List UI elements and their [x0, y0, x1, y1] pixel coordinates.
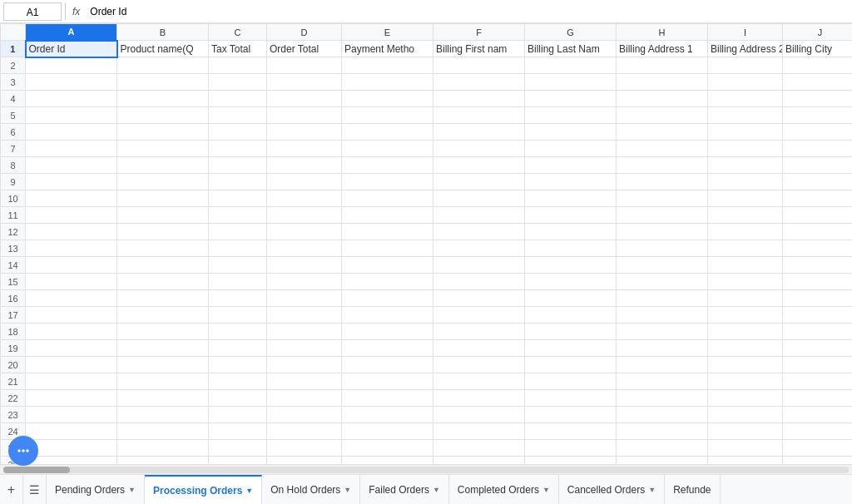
cell[interactable]: [433, 224, 525, 240]
cell[interactable]: [209, 224, 267, 240]
cell[interactable]: [26, 390, 117, 407]
cell[interactable]: [26, 324, 117, 340]
cell[interactable]: [267, 57, 342, 74]
cell[interactable]: [783, 240, 853, 257]
cell[interactable]: [267, 174, 342, 190]
cell[interactable]: [267, 324, 342, 340]
cell[interactable]: [433, 57, 525, 74]
cell[interactable]: [117, 307, 209, 324]
cell[interactable]: [342, 124, 433, 141]
cell[interactable]: [342, 390, 433, 407]
scrollbar-track[interactable]: [3, 467, 849, 473]
cell[interactable]: [209, 257, 267, 274]
cell[interactable]: [433, 257, 525, 274]
cell[interactable]: [342, 224, 433, 240]
cell[interactable]: [209, 340, 267, 357]
cell[interactable]: [26, 157, 117, 174]
scrollbar-thumb[interactable]: [3, 467, 70, 473]
cell[interactable]: [209, 57, 267, 74]
cell[interactable]: [708, 224, 783, 240]
cell[interactable]: [783, 290, 853, 307]
cell[interactable]: [783, 390, 853, 407]
cell[interactable]: [26, 457, 117, 465]
cell[interactable]: [525, 190, 617, 207]
cell[interactable]: [708, 207, 783, 224]
cell[interactable]: Order Id: [26, 41, 117, 57]
cell[interactable]: [708, 190, 783, 207]
cell[interactable]: [617, 290, 708, 307]
cell[interactable]: [342, 257, 433, 274]
cell[interactable]: [708, 174, 783, 190]
cell[interactable]: [342, 340, 433, 357]
cell[interactable]: [708, 240, 783, 257]
cell[interactable]: [617, 240, 708, 257]
cell[interactable]: [209, 274, 267, 290]
cell[interactable]: [783, 74, 853, 91]
cell[interactable]: [342, 91, 433, 107]
cell[interactable]: [708, 157, 783, 174]
cell[interactable]: [117, 457, 209, 465]
tab-failed-orders[interactable]: Failed Orders ▼: [360, 475, 449, 505]
cell[interactable]: [433, 107, 525, 124]
cell[interactable]: [617, 74, 708, 91]
cell[interactable]: [26, 224, 117, 240]
cell[interactable]: [525, 207, 617, 224]
cell[interactable]: [209, 157, 267, 174]
cell[interactable]: [117, 290, 209, 307]
cell[interactable]: [783, 440, 853, 457]
cell[interactable]: [783, 257, 853, 274]
cell[interactable]: [117, 190, 209, 207]
cell[interactable]: [708, 423, 783, 440]
cell[interactable]: [617, 190, 708, 207]
cell[interactable]: [209, 307, 267, 324]
cell[interactable]: [433, 290, 525, 307]
cell[interactable]: [117, 324, 209, 340]
cell[interactable]: [342, 407, 433, 423]
cell[interactable]: [783, 141, 853, 157]
cell[interactable]: [525, 307, 617, 324]
cell[interactable]: [433, 440, 525, 457]
cell[interactable]: [525, 274, 617, 290]
cell[interactable]: [708, 274, 783, 290]
cell[interactable]: [525, 373, 617, 390]
cell[interactable]: [342, 157, 433, 174]
cell[interactable]: [209, 457, 267, 465]
cell[interactable]: [267, 290, 342, 307]
cell[interactable]: Billing Address 1: [617, 41, 708, 57]
tab-on-hold-orders[interactable]: On Hold Orders ▼: [262, 475, 360, 505]
cell[interactable]: [617, 407, 708, 423]
cell[interactable]: [209, 407, 267, 423]
cell[interactable]: [708, 91, 783, 107]
formula-input[interactable]: [87, 2, 849, 21]
cell[interactable]: Tax Total: [209, 41, 267, 57]
cell[interactable]: [708, 124, 783, 141]
cell[interactable]: [617, 457, 708, 465]
cell[interactable]: [783, 224, 853, 240]
cell[interactable]: [267, 390, 342, 407]
tab-pending-orders[interactable]: Pending Orders ▼: [47, 475, 145, 505]
cell[interactable]: [209, 290, 267, 307]
cell[interactable]: [26, 91, 117, 107]
cell[interactable]: [783, 457, 853, 465]
cell[interactable]: [26, 141, 117, 157]
cell[interactable]: [708, 357, 783, 373]
cell[interactable]: [433, 74, 525, 91]
cell[interactable]: [525, 74, 617, 91]
cell[interactable]: Billing Address 2: [708, 41, 783, 57]
cell[interactable]: [117, 357, 209, 373]
cell[interactable]: [117, 407, 209, 423]
cell[interactable]: [617, 357, 708, 373]
cell[interactable]: [209, 423, 267, 440]
cell[interactable]: [617, 124, 708, 141]
cell[interactable]: [433, 157, 525, 174]
cell[interactable]: [525, 440, 617, 457]
cell[interactable]: [117, 240, 209, 257]
cell[interactable]: [617, 157, 708, 174]
cell[interactable]: [525, 91, 617, 107]
cell[interactable]: [267, 357, 342, 373]
cell[interactable]: [267, 307, 342, 324]
cell[interactable]: [708, 373, 783, 390]
cell[interactable]: [342, 357, 433, 373]
cell[interactable]: [117, 174, 209, 190]
cell[interactable]: [209, 74, 267, 91]
